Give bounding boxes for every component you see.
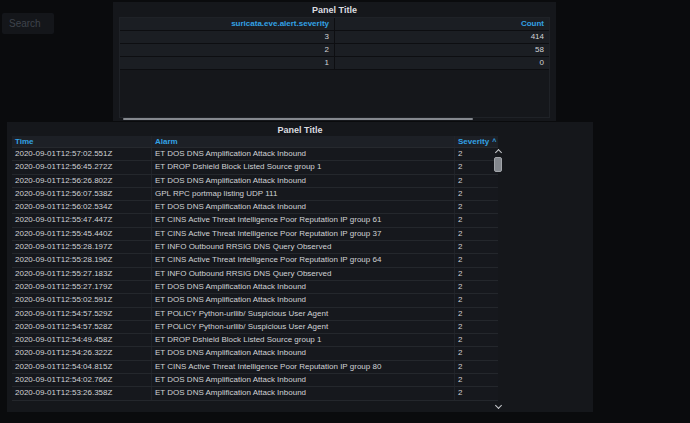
table-cell: 2 bbox=[455, 281, 498, 293]
table-cell: 2 bbox=[455, 347, 498, 359]
table-cell: ET CINS Active Threat Intelligence Poor … bbox=[152, 214, 455, 226]
column-header-severity[interactable]: suricata.eve.alert.severity bbox=[120, 18, 335, 30]
table-cell: 2020-09-01T12:56:26.802Z bbox=[12, 175, 152, 187]
table-cell: 2 bbox=[455, 294, 498, 306]
table-row: 2020-09-01T12:55:27.183ZET INFO Outbound… bbox=[12, 268, 498, 281]
table-cell: 2 bbox=[455, 321, 498, 333]
severity-count-table: suricata.eve.alert.severity Count 341425… bbox=[119, 17, 550, 118]
table-cell: 2 bbox=[455, 308, 498, 320]
table-cell: 2 bbox=[455, 201, 498, 213]
table-cell: 2 bbox=[455, 361, 498, 373]
scroll-down-icon[interactable] bbox=[495, 402, 502, 409]
table-cell: 2 bbox=[455, 188, 498, 200]
table-cell: ET POLICY Python-urllib/ Suspicious User… bbox=[152, 308, 455, 320]
table-row: 2020-09-01T12:56:26.802ZET DOS DNS Ampli… bbox=[12, 175, 498, 188]
scroll-up-icon[interactable] bbox=[495, 149, 502, 156]
table-body: 2020-09-01T12:57:02.551ZET DOS DNS Ampli… bbox=[12, 148, 498, 401]
table-row: 2020-09-01T12:56:45.272ZET DROP Dshield … bbox=[12, 161, 498, 174]
table-header-row: Time Alarm Severity^ bbox=[12, 136, 498, 148]
alerts-panel: Panel Title Time Alarm Severity^ 2020-09… bbox=[7, 122, 593, 412]
table-row: 2020-09-01T12:54:04.815ZET CINS Active T… bbox=[12, 361, 498, 374]
table-cell: ET DOS DNS Amplification Attack Inbound bbox=[152, 294, 455, 306]
table-cell: 2020-09-01T12:57:02.551Z bbox=[12, 148, 152, 160]
table-row: 10 bbox=[120, 57, 549, 70]
table-cell: 58 bbox=[335, 44, 549, 56]
table-cell: 2020-09-01T12:55:28.196Z bbox=[12, 254, 152, 266]
table-cell: 2 bbox=[455, 334, 498, 346]
table-cell: 2 bbox=[120, 44, 335, 56]
table-row: 2020-09-01T12:54:57.528ZET POLICY Python… bbox=[12, 321, 498, 334]
table-cell: ET DOS DNS Amplification Attack Inbound bbox=[152, 281, 455, 293]
search-input[interactable]: Search bbox=[2, 13, 54, 34]
table-cell: 2 bbox=[455, 241, 498, 253]
column-header-alarm[interactable]: Alarm bbox=[152, 136, 455, 147]
panel-title[interactable]: Panel Title bbox=[7, 124, 593, 136]
horizontal-scrollbar[interactable] bbox=[123, 118, 473, 120]
table-cell: ET CINS Active Threat Intelligence Poor … bbox=[152, 361, 455, 373]
table-row: 2020-09-01T12:55:47.447ZET CINS Active T… bbox=[12, 214, 498, 227]
table-cell: 2020-09-01T12:55:28.197Z bbox=[12, 241, 152, 253]
table-row: 2020-09-01T12:55:27.179ZET DOS DNS Ampli… bbox=[12, 281, 498, 294]
table-cell: ET DROP Dshield Block Listed Source grou… bbox=[152, 334, 455, 346]
table-cell: 2020-09-01T12:56:45.272Z bbox=[12, 161, 152, 173]
table-cell: GPL RPC portmap listing UDP 111 bbox=[152, 188, 455, 200]
column-header-severity[interactable]: Severity^ bbox=[455, 136, 498, 147]
table-cell: ET POLICY Python-urllib/ Suspicious User… bbox=[152, 321, 455, 333]
table-cell: 2020-09-01T12:54:04.815Z bbox=[12, 361, 152, 373]
vertical-scrollbar[interactable] bbox=[493, 148, 504, 410]
table-cell: 2020-09-01T12:55:27.183Z bbox=[12, 268, 152, 280]
table-cell: ET CINS Active Threat Intelligence Poor … bbox=[152, 254, 455, 266]
table-cell: 2 bbox=[455, 254, 498, 266]
table-cell: ET DOS DNS Amplification Attack Inbound bbox=[152, 201, 455, 213]
table-cell: 2020-09-01T12:54:57.528Z bbox=[12, 321, 152, 333]
table-row: 2020-09-01T12:55:28.196ZET CINS Active T… bbox=[12, 254, 498, 267]
table-cell: 2020-09-01T12:56:07.538Z bbox=[12, 188, 152, 200]
table-header-row: suricata.eve.alert.severity Count bbox=[120, 18, 549, 31]
table-cell: 3 bbox=[120, 31, 335, 43]
alerts-table: Time Alarm Severity^ 2020-09-01T12:57:02… bbox=[12, 136, 498, 401]
table-cell: ET DOS DNS Amplification Attack Inbound bbox=[152, 387, 455, 399]
table-row: 3414 bbox=[120, 31, 549, 44]
scrollbar-thumb[interactable] bbox=[494, 157, 502, 172]
table-row: 2020-09-01T12:57:02.551ZET DOS DNS Ampli… bbox=[12, 148, 498, 161]
column-header-time[interactable]: Time bbox=[12, 136, 152, 147]
table-cell: 2020-09-01T12:55:02.591Z bbox=[12, 294, 152, 306]
table-cell: ET DOS DNS Amplification Attack Inbound bbox=[152, 374, 455, 386]
table-row: 2020-09-01T12:54:57.529ZET POLICY Python… bbox=[12, 308, 498, 321]
table-row: 2020-09-01T12:54:26.322ZET DOS DNS Ampli… bbox=[12, 347, 498, 360]
severity-count-panel: Panel Title suricata.eve.alert.severity … bbox=[113, 2, 556, 121]
table-row: 2020-09-01T12:54:02.766ZET DOS DNS Ampli… bbox=[12, 374, 498, 387]
table-row: 2020-09-01T12:56:07.538ZGPL RPC portmap … bbox=[12, 188, 498, 201]
table-cell: 2020-09-01T12:54:57.529Z bbox=[12, 308, 152, 320]
table-cell: 2020-09-01T12:55:45.440Z bbox=[12, 228, 152, 240]
table-row: 2020-09-01T12:56:02.534ZET DOS DNS Ampli… bbox=[12, 201, 498, 214]
table-cell: 2 bbox=[455, 374, 498, 386]
table-cell: 2 bbox=[455, 214, 498, 226]
table-row: 2020-09-01T12:55:28.197ZET INFO Outbound… bbox=[12, 241, 498, 254]
table-cell: 2020-09-01T12:56:02.534Z bbox=[12, 201, 152, 213]
table-cell: 2 bbox=[455, 175, 498, 187]
table-cell: ET INFO Outbound RRSIG DNS Query Observe… bbox=[152, 241, 455, 253]
table-row: 258 bbox=[120, 44, 549, 57]
table-cell: ET INFO Outbound RRSIG DNS Query Observe… bbox=[152, 268, 455, 280]
column-header-severity-label: Severity bbox=[458, 137, 489, 146]
table-cell: ET DOS DNS Amplification Attack Inbound bbox=[152, 148, 455, 160]
panel-title[interactable]: Panel Title bbox=[113, 4, 556, 16]
table-cell: ET DOS DNS Amplification Attack Inbound bbox=[152, 347, 455, 359]
table-cell: ET DOS DNS Amplification Attack Inbound bbox=[152, 175, 455, 187]
table-row: 2020-09-01T12:54:49.458ZET DROP Dshield … bbox=[12, 334, 498, 347]
table-cell: 2020-09-01T12:53:26.358Z bbox=[12, 387, 152, 399]
table-cell: ET DROP Dshield Block Listed Source grou… bbox=[152, 161, 455, 173]
table-body: 341425810 bbox=[120, 31, 549, 70]
table-cell: 2 bbox=[455, 387, 498, 399]
table-cell: 2 bbox=[455, 148, 498, 160]
column-header-count[interactable]: Count bbox=[335, 18, 549, 30]
table-cell: 2020-09-01T12:55:47.447Z bbox=[12, 214, 152, 226]
table-cell: 2020-09-01T12:54:49.458Z bbox=[12, 334, 152, 346]
table-row: 2020-09-01T12:55:45.440ZET CINS Active T… bbox=[12, 228, 498, 241]
table-cell: 2020-09-01T12:54:26.322Z bbox=[12, 347, 152, 359]
table-row: 2020-09-01T12:53:26.358ZET DOS DNS Ampli… bbox=[12, 387, 498, 400]
table-cell: 2020-09-01T12:55:27.179Z bbox=[12, 281, 152, 293]
table-row: 2020-09-01T12:55:02.591ZET DOS DNS Ampli… bbox=[12, 294, 498, 307]
table-cell: 1 bbox=[120, 57, 335, 69]
